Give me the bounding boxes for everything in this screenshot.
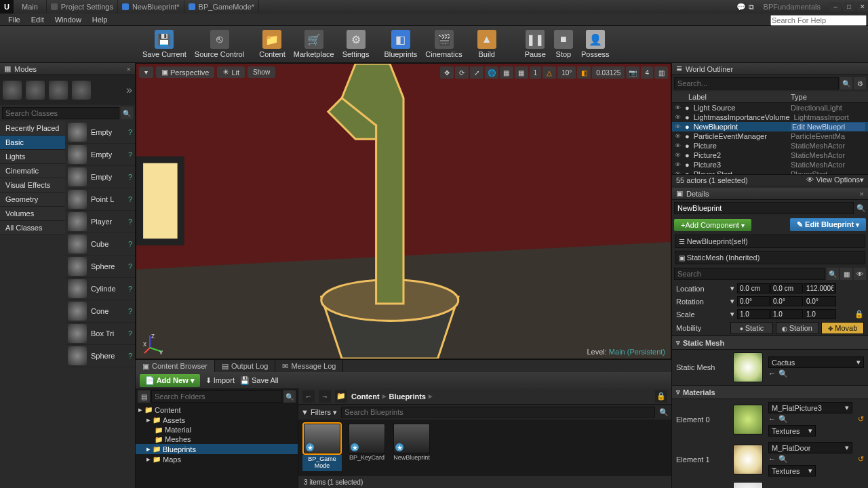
marketplace-button[interactable]: 🛒Marketplace xyxy=(290,28,338,60)
asset-tile[interactable]: ★NewBlueprint xyxy=(392,424,431,462)
tree-folder[interactable]: ▸ 📁 Maps xyxy=(136,454,298,464)
perspective-button[interactable]: ▣Perspective xyxy=(156,66,214,78)
scale-y-input[interactable] xyxy=(770,309,803,319)
mobility-movable[interactable]: ✥ Movab xyxy=(821,322,864,334)
add-component-button[interactable]: +Add Component ▾ xyxy=(674,219,751,231)
stop-button[interactable]: ■Stop xyxy=(550,28,577,60)
scale-snap-value[interactable]: 0.03125 xyxy=(592,66,625,79)
browse-icon[interactable]: 🔍 xyxy=(778,455,788,464)
search-icon[interactable]: 🔍 xyxy=(659,408,669,417)
category-geometry[interactable]: Geometry xyxy=(0,192,65,207)
transform-rotate-icon[interactable]: ⟳ xyxy=(455,66,469,79)
static-mesh-section[interactable]: ▿ Static Mesh xyxy=(672,336,868,350)
material0-dropdown[interactable]: M_FlatPicture3▾ xyxy=(768,402,852,413)
options-icon[interactable]: ⚙ xyxy=(854,77,866,89)
browse-icon[interactable]: 🔍 xyxy=(778,369,788,378)
lock-icon[interactable]: 🔒 xyxy=(655,390,667,403)
category-visual-effects[interactable]: Visual Effects xyxy=(0,178,65,192)
angle-snap-icon[interactable]: △ xyxy=(542,66,556,79)
category-lights[interactable]: Lights xyxy=(0,150,65,164)
material0-thumb[interactable] xyxy=(733,405,763,434)
placer-item[interactable]: Sphere? xyxy=(65,345,135,367)
outliner-search-input[interactable] xyxy=(674,77,839,89)
world-local-icon[interactable]: 🌐 xyxy=(485,66,498,79)
details-search-input[interactable] xyxy=(674,268,825,280)
expand-icon[interactable]: » xyxy=(126,84,132,96)
asset-tile[interactable]: ★BP_KeyCard xyxy=(347,424,387,462)
surface-snap-icon[interactable]: ▦ xyxy=(500,66,513,79)
use-icon[interactable]: ← xyxy=(768,415,776,424)
menu-edit[interactable]: Edit xyxy=(26,16,50,24)
source-control-button[interactable]: ⎋Source Control xyxy=(191,28,248,60)
rot-z-input[interactable] xyxy=(804,296,836,306)
col-label[interactable]: Label xyxy=(675,93,791,101)
transform-move-icon[interactable]: ✥ xyxy=(440,66,454,79)
loc-x-input[interactable] xyxy=(737,283,770,293)
edit-blueprint-button[interactable]: ✎ Edit Blueprint ▾ xyxy=(790,218,866,231)
grid-snap-value[interactable]: 1 xyxy=(530,66,542,79)
actor-name-input[interactable] xyxy=(674,202,854,214)
folder-icon[interactable]: 📁 xyxy=(335,390,347,403)
info-icon[interactable]: ? xyxy=(128,240,132,248)
camera-speed-value[interactable]: 4 xyxy=(641,66,653,79)
tab-output-log[interactable]: ▤Output Log xyxy=(215,360,275,372)
angle-snap-value[interactable]: 10° xyxy=(557,66,576,79)
category-all-classes[interactable]: All Classes xyxy=(0,221,65,235)
menu-window[interactable]: Window xyxy=(50,16,87,24)
menu-help[interactable]: Help xyxy=(87,16,113,24)
viewport-layout-icon[interactable]: ▥ xyxy=(654,66,668,79)
search-icon[interactable]: 🔍 xyxy=(827,268,839,280)
transform-scale-icon[interactable]: ⤢ xyxy=(470,66,484,79)
save-all-button[interactable]: 💾 Save All xyxy=(240,376,279,385)
breadcrumb[interactable]: Content▸Blueprints▸ xyxy=(351,392,433,401)
lit-button[interactable]: ☀Lit xyxy=(217,66,245,78)
info-icon[interactable]: ? xyxy=(128,195,132,203)
tab-gamemode[interactable]: BP_GameMode* xyxy=(184,0,260,14)
tab-message-log[interactable]: ✉Message Log xyxy=(275,360,343,372)
search-classes-input[interactable] xyxy=(2,107,119,119)
matrix-icon[interactable]: ▦ xyxy=(840,268,852,280)
use-icon[interactable]: ← xyxy=(768,455,776,464)
category-recently-placed[interactable]: Recently Placed xyxy=(0,121,65,136)
mobility-stationary[interactable]: ◐ Station xyxy=(776,322,818,334)
view-options-button[interactable]: 👁 View Options▾ xyxy=(806,176,864,184)
material1-thumb[interactable] xyxy=(733,445,763,474)
placer-item[interactable]: Point L? xyxy=(65,188,135,211)
reset-icon[interactable]: ↺ xyxy=(858,455,864,464)
lock-icon[interactable]: 🔒 xyxy=(854,310,864,319)
materials-section[interactable]: ▿ Materials xyxy=(672,385,868,399)
placer-item[interactable]: Cube? xyxy=(65,233,135,256)
save-current-button[interactable]: 💾Save Current xyxy=(138,28,191,60)
outliner-row[interactable]: 👁●Light SourceDirectionalLight xyxy=(672,103,868,113)
tree-folder[interactable]: 📁 Meshes xyxy=(136,434,298,444)
tab-project-settings[interactable]: Project Settings xyxy=(47,0,118,14)
category-volumes[interactable]: Volumes xyxy=(0,207,65,221)
info-icon[interactable]: ? xyxy=(128,329,132,338)
visibility-icon[interactable]: 👁 xyxy=(675,142,681,149)
search-icon[interactable]: 🔍 xyxy=(840,77,852,89)
asset-tile[interactable]: ★BP_Game Mode xyxy=(302,424,342,471)
cinematics-button[interactable]: 🎬Cinematics xyxy=(421,28,466,60)
visibility-icon[interactable]: 👁 xyxy=(675,152,681,159)
search-help-input[interactable] xyxy=(770,15,867,26)
camera-speed-icon[interactable]: 📷 xyxy=(626,66,639,79)
filters-button[interactable]: ▼ Filters ▾ xyxy=(301,408,337,417)
level-link[interactable]: Main (Persistent) xyxy=(609,348,665,356)
mobility-static[interactable]: ● Static xyxy=(730,322,773,334)
outliner-row[interactable]: 👁●NewBlueprintEdit NewBluepri xyxy=(672,122,868,131)
placer-item[interactable]: Empty? xyxy=(65,144,135,166)
placer-item[interactable]: Cylinde? xyxy=(65,278,135,300)
settings-button[interactable]: ⚙Settings xyxy=(338,28,374,60)
col-type[interactable]: Type xyxy=(791,93,865,101)
paint-mode-icon[interactable] xyxy=(26,81,45,100)
possess-button[interactable]: 👤Possess xyxy=(577,28,614,60)
content-button[interactable]: 📁Content xyxy=(255,28,290,60)
placer-item[interactable]: Player? xyxy=(65,211,135,233)
search-icon[interactable]: 🔍 xyxy=(121,107,133,119)
outliner-row[interactable]: 👁●ParticleEventManagerParticleEventMa xyxy=(672,131,868,141)
static-mesh-thumb[interactable] xyxy=(733,352,763,382)
add-new-button[interactable]: 📄 Add New ▾ xyxy=(140,374,200,387)
use-icon[interactable]: ← xyxy=(768,369,776,378)
show-button[interactable]: Show xyxy=(248,66,275,78)
visibility-icon[interactable]: 👁 xyxy=(675,104,681,111)
